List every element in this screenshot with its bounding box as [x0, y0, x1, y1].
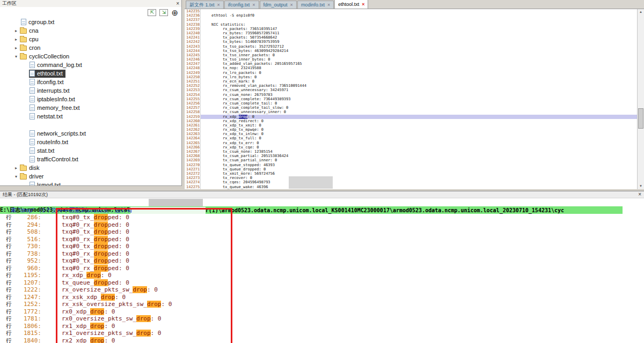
editor-line[interactable]: 142251 rx_ecn_mark: 0	[185, 79, 637, 84]
chevron-right-icon[interactable]: ▸	[13, 166, 19, 170]
result-row[interactable]: 行294:txq#0_rx_dropped: 0	[0, 221, 644, 229]
editor-line[interactable]: 142253 rx_csum_unnecessary: 34245971	[185, 88, 637, 92]
tree-item-body[interactable]: netstat.txt	[29, 113, 65, 121]
tree-item-cna[interactable]: ▸cna	[0, 26, 181, 35]
editor-line[interactable]: 142249 rx_lro_packets: 0	[185, 71, 637, 75]
editor-line[interactable]: 142271 tx_queue_dropped: 0	[185, 167, 637, 172]
tab-close-icon[interactable]: ×	[362, 2, 364, 7]
tree-item-disk[interactable]: ▸disk	[0, 163, 181, 172]
result-row[interactable]: 行516:txq#0_rx_dropped: 0	[0, 236, 644, 243]
editor-line[interactable]: 142262 rx_xdp_tx_mpwqe: 0	[185, 128, 637, 132]
tab-ifconfig-txt[interactable]: ifconfig.txt×	[224, 1, 259, 9]
result-row[interactable]: 行1815:rx1_oversize_pkts_sw_drop: 0	[0, 330, 644, 337]
editor-line[interactable]: 142259 rx_xdp_drop: 0	[185, 115, 637, 119]
editor-line[interactable]: 142246 tx_tso_inner_bytes: 0	[185, 57, 637, 62]
tab-close-icon[interactable]: ×	[290, 3, 293, 8]
tree-item-ifconfig-txt[interactable]: ifconfig.txt	[0, 78, 181, 86]
editor-line[interactable]: 142247 tx_added_vlan_packets: 2051659571…	[185, 62, 637, 66]
editor-line[interactable]: 142250 rx_lro_bytes: 0	[185, 75, 637, 79]
results-close-icon[interactable]: ×	[638, 192, 641, 197]
collapse-all-icon[interactable]: ⇲	[159, 9, 168, 16]
result-row[interactable]: 行730:txq#0_tx_dropped: 0	[0, 243, 644, 250]
editor-line[interactable]: 142239 rx_packets: 736510395147	[185, 27, 637, 31]
scroll-down-icon[interactable]: ▼	[638, 183, 644, 189]
tab-close-icon[interactable]: ×	[217, 3, 220, 8]
editor-line[interactable]: 142267 tx_csum_none: 12385154	[185, 150, 637, 154]
tree-item-trafficcontrol-txt[interactable]: trafficControl.txt	[0, 155, 181, 163]
editor-line[interactable]: 142270 tx_queue_stopped: 46393	[185, 163, 637, 167]
tree-item-body[interactable]: ifconfig.txt	[29, 78, 67, 86]
editor-line[interactable]: 142252 rx_removed_vlan_packets: 73651009…	[185, 84, 637, 88]
result-row[interactable]: 行1195:rx_xdp_drop: 0	[0, 272, 644, 279]
tree-item-body[interactable]: routeInfo.txt	[29, 138, 71, 146]
editor-line[interactable]: 142242 tx_bytes: 514607839753959	[185, 40, 637, 44]
editor-line[interactable]: 142241 tx_packets: 507354668642	[185, 35, 637, 40]
tree-item-body[interactable]: stat.txt	[29, 147, 57, 155]
editor-line[interactable]: 142261 rx_xdp_tx_xmit: 0	[185, 123, 637, 128]
tree-item-interrupts-txt[interactable]: interrupts.txt	[0, 86, 181, 95]
editor-line[interactable]: 142266 rx_xdp_tx_cqe: 0	[185, 145, 637, 150]
editor-vertical-scrollbar[interactable]: ▲ ▼	[637, 9, 644, 189]
chevron-down-icon[interactable]: ▾	[13, 54, 19, 59]
tab-modinfo-txt[interactable]: modinfo.txt×	[297, 1, 334, 9]
editor-line[interactable]: 142264 rx_xdp_tx_full: 0	[185, 136, 637, 140]
editor-line[interactable]: 142236ethtool -S enp1s0f0	[185, 13, 637, 18]
tree-item-cycliccollection[interactable]: ▾cyclicCollection	[0, 52, 181, 61]
editor-line[interactable]: 142248 tx_nop: 232419588	[185, 66, 637, 70]
editor-line[interactable]: 142238NIC statistics:	[185, 23, 637, 27]
tree-item-body[interactable]: ethtool.txt	[29, 70, 65, 78]
tree-item-ethtool-txt[interactable]: ethtool.txt	[0, 69, 181, 78]
tree-item-cpu[interactable]: ▸cpu	[0, 35, 181, 43]
tree-item-netstat-txt[interactable]: netstat.txt	[0, 112, 181, 121]
tree-item-command-log-txt[interactable]: command_log.txt	[0, 61, 181, 69]
tree-item-body[interactable]: command_log.txt	[29, 61, 85, 69]
tree-item-stat-txt[interactable]: stat.txt	[0, 146, 181, 155]
chevron-down-icon[interactable]: ▾	[13, 174, 19, 179]
editor-line[interactable]: 142260 rx_xdp_redirect: 0	[185, 119, 637, 123]
tab-close-icon[interactable]: ×	[327, 3, 330, 8]
editor-line[interactable]: 142268 tx_csum_partial: 205153836424	[185, 154, 637, 158]
editor-line[interactable]: 142272 tx_xmit_more: 569724756	[185, 172, 637, 176]
editor-line[interactable]: 142254 rx_csum_none: 26759783	[185, 93, 637, 97]
editor-line[interactable]: 142255 rx_csum_complete: 736449389393	[185, 97, 637, 101]
tree-item-lsmod-txt[interactable]: lsmod.txt	[0, 181, 181, 185]
tree-item-body[interactable]: cron	[19, 44, 43, 52]
scrollbar-thumb[interactable]	[638, 108, 643, 129]
result-row[interactable]: 行1252:rx_xsk_oversize_pkts_sw_drop: 0	[0, 301, 644, 308]
result-row[interactable]: 行286:txq#0_tx_dropped: 0	[0, 214, 644, 221]
result-row[interactable]: 行960:txq#0_rx_dropped: 0	[0, 265, 644, 272]
editor-line[interactable]: 142240 rx_bytes: 735960572057411	[185, 31, 637, 35]
result-row[interactable]: 行1781:rx0_oversize_pkts_sw_drop: 0	[0, 315, 644, 323]
tab-fdm-output[interactable]: fdm_output×	[260, 1, 297, 9]
workspace-close-icon[interactable]: ×	[176, 1, 179, 6]
tree-item-iptablesinfo-txt[interactable]: iptablesInfo.txt	[0, 95, 181, 103]
tree-item-body[interactable]: memory_free.txt	[29, 104, 82, 112]
tree-item-body[interactable]: cpu	[19, 35, 41, 43]
editor-line[interactable]: 142274 tx_cqes: 204596498793	[185, 180, 637, 184]
tab-ethtool-txt[interactable]: ethtool.txt×	[334, 0, 368, 9]
tree-item-body[interactable]: interrupts.txt	[29, 87, 72, 95]
editor-line[interactable]: 142263 rx_xdp_tx_inlnw: 0	[185, 132, 637, 136]
tree-item-body[interactable]: cna	[19, 27, 41, 35]
editor-line[interactable]: 142245 tx_tso_inner_packets: 0	[185, 53, 637, 57]
tab-1-txt[interactable]: 新文件 1.txt×	[186, 1, 224, 9]
editor-line[interactable]: 142235	[185, 9, 637, 13]
editor-content[interactable]: 142235142236ethtool -S enp1s0f0142237142…	[185, 9, 637, 189]
tree-item-cron[interactable]: ▸cron	[0, 43, 181, 52]
result-row[interactable]: 行1772:rx0_xdp_drop: 0	[0, 308, 644, 316]
tree-item-routeinfo-txt[interactable]: routeInfo.txt	[0, 138, 181, 146]
tree-item-body[interactable]: iptablesInfo.txt	[29, 95, 78, 103]
editor-line[interactable]: 142257 rx_csum_complete_tail_slow: 0	[185, 106, 637, 110]
editor-line[interactable]: 142243 tx_tso_packets: 35272932712	[185, 44, 637, 49]
result-row[interactable]: 行952:txq#0_tx_dropped: 0	[0, 257, 644, 265]
result-row[interactable]: 行738:txq#0_rx_dropped: 0	[0, 250, 644, 258]
tree-item-driver[interactable]: ▾driver	[0, 172, 181, 181]
tree-item-cgroup-txt[interactable]: cgroup.txt	[0, 18, 181, 26]
result-row[interactable]: 行508:txq#0_tx_dropped: 0	[0, 228, 644, 236]
chevron-right-icon[interactable]: ▸	[13, 28, 19, 33]
locate-file-icon[interactable]: ⊕	[171, 9, 178, 17]
tree-item-body[interactable]: lsmod.txt	[29, 181, 63, 186]
editor-line[interactable]: 142258 rx_csum_unnecessary_inner: 0	[185, 110, 637, 114]
result-row[interactable]: 行1806:rx1_xdp_drop: 0	[0, 323, 644, 330]
editor-line[interactable]: 142265 rx_xdp_tx_err: 0	[185, 141, 637, 145]
